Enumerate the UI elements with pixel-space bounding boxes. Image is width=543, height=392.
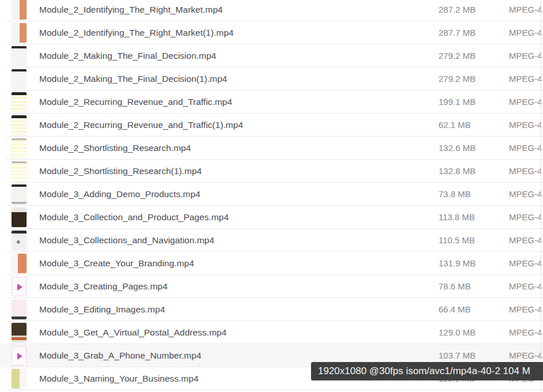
- file-size: 73.8 MB: [439, 183, 471, 206]
- file-size: 110.5 MB: [439, 229, 475, 252]
- file-name: Module_3_Grab_A_Phone_Number.mp4: [39, 344, 201, 367]
- file-size: 287.7 MB: [439, 21, 475, 44]
- file-thumbnail: [12, 208, 27, 227]
- file-size: 199.1 MB: [439, 91, 475, 114]
- file-format: MPEG-4: [509, 0, 542, 21]
- file-thumbnail: [12, 23, 27, 43]
- file-size: 287.2 MB: [439, 0, 475, 21]
- file-thumbnail: [12, 69, 27, 89]
- file-name: Module_3_Creating_Pages.mp4: [39, 275, 167, 298]
- file-thumbnail: [12, 369, 27, 389]
- file-thumbnail: [12, 92, 27, 112]
- table-row[interactable]: Module_3_Create_Your_Branding.mp4 131.9 …: [0, 252, 543, 275]
- file-name: Module_2_Making_The_Final_Decision(1).mp…: [39, 67, 227, 91]
- file-thumbnail: [12, 300, 27, 319]
- file-format: MPEG-4: [509, 91, 542, 114]
- file-name: Module_2_Shortlisting_Research.mp4: [39, 137, 191, 160]
- table-row[interactable]: Module_3_Get_A_Virtual_Postal_Address.mp…: [0, 321, 543, 344]
- table-row[interactable]: Module_3_Creating_Pages.mp4 78.6 MB MPEG…: [0, 275, 543, 298]
- table-row[interactable]: Module_3_Adding_Demo_Products.mp4 73.8 M…: [0, 183, 543, 206]
- file-name: Module_3_Collections_and_Navigation.mp4: [39, 229, 214, 252]
- file-format: MPEG-4: [509, 252, 542, 275]
- file-format: MPEG-4: [509, 206, 542, 229]
- video-info-tooltip: 1920x1080 @30fps isom/avc1/mp4a-40-2 104…: [311, 362, 543, 380]
- file-format: MPEG-4: [509, 137, 542, 160]
- table-row[interactable]: Module_2_Shortlisting_Research(1).mp4 13…: [0, 160, 543, 183]
- table-row[interactable]: Module_2_Making_The_Final_Decision.mp4 2…: [0, 44, 543, 67]
- file-thumbnail: [12, 323, 27, 342]
- file-thumbnail: [12, 161, 27, 181]
- file-name: Module_2_Making_The_Final_Decision.mp4: [39, 44, 216, 67]
- file-size: 113.8 MB: [439, 206, 475, 229]
- file-thumbnail: [12, 254, 27, 273]
- table-row[interactable]: Module_3_Collection_and_Product_Pages.mp…: [0, 206, 543, 229]
- file-thumbnail: [12, 46, 27, 66]
- file-name: Module_3_Collection_and_Product_Pages.mp…: [39, 206, 229, 229]
- file-name: Module_3_Editing_Images.mp4: [39, 298, 165, 321]
- file-thumbnail: [12, 231, 27, 250]
- file-thumbnail: [12, 138, 27, 158]
- table-row[interactable]: Module_2_Recurring_Revenue_and_Traffic(1…: [0, 114, 543, 137]
- file-thumbnail: [12, 277, 27, 296]
- file-format: MPEG-4: [509, 183, 542, 206]
- file-size: 131.9 MB: [439, 252, 475, 275]
- file-size: 132.6 MB: [439, 137, 475, 160]
- file-thumbnail: [12, 346, 27, 365]
- file-name: Module_2_Identifying_The_Right_Market.mp…: [39, 0, 223, 21]
- file-manager-view: { "table": { "rows": [ {"name": "Module_…: [0, 0, 543, 392]
- file-format: MPEG-4: [509, 160, 542, 183]
- file-format: MPEG-4: [509, 114, 542, 137]
- file-format: MPEG-4: [509, 44, 542, 67]
- file-format: MPEG-4: [509, 321, 542, 344]
- file-name: Module_3_Adding_Demo_Products.mp4: [39, 183, 200, 206]
- table-row[interactable]: Module_3_Editing_Images.mp4 66.4 MB MPEG…: [0, 298, 543, 321]
- file-name: Module_3_Get_A_Virtual_Postal_Address.mp…: [39, 321, 227, 344]
- file-thumbnail: [12, 184, 27, 204]
- file-size: 62.1 MB: [439, 114, 471, 137]
- table-row[interactable]: Module_2_Identifying_The_Right_Market.mp…: [0, 0, 543, 21]
- file-thumbnail: [12, 0, 27, 20]
- file-name: Module_2_Shortlisting_Research(1).mp4: [39, 160, 202, 183]
- file-size: 66.4 MB: [439, 298, 471, 321]
- table-row[interactable]: Module_2_Recurring_Revenue_and_Traffic.m…: [0, 91, 543, 114]
- file-format: MPEG-4: [509, 21, 542, 44]
- table-row[interactable]: Module_2_Shortlisting_Research.mp4 132.6…: [0, 137, 543, 160]
- file-size: 132.8 MB: [439, 160, 475, 183]
- file-name: Module_2_Recurring_Revenue_and_Traffic.m…: [39, 91, 232, 114]
- file-name: Module_2_Recurring_Revenue_and_Traffic(1…: [39, 114, 243, 137]
- table-row[interactable]: Module_2_Identifying_The_Right_Market(1)…: [0, 21, 543, 44]
- file-format: MPEG-4: [509, 67, 542, 91]
- file-size: 279.2 MB: [439, 44, 475, 67]
- file-format: MPEG-4: [509, 298, 542, 321]
- file-list: Module_2_Identifying_The_Right_Market.mp…: [0, 0, 543, 390]
- file-name: Module_2_Identifying_The_Right_Market(1)…: [39, 21, 234, 44]
- file-name: Module_3_Create_Your_Branding.mp4: [39, 252, 194, 275]
- file-size: 78.6 MB: [439, 275, 471, 298]
- file-size: 279.2 MB: [439, 67, 475, 91]
- column-divider: [541, 0, 541, 392]
- file-format: MPEG-4: [509, 229, 542, 252]
- file-name: Module_3_Naming_Your_Business.mp4: [39, 367, 199, 390]
- file-format: MPEG-4: [509, 275, 542, 298]
- file-size: 129.0 MB: [439, 321, 475, 344]
- table-row[interactable]: Module_2_Making_The_Final_Decision(1).mp…: [0, 67, 543, 91]
- file-thumbnail: [12, 115, 27, 135]
- table-row[interactable]: Module_3_Collections_and_Navigation.mp4 …: [0, 229, 543, 252]
